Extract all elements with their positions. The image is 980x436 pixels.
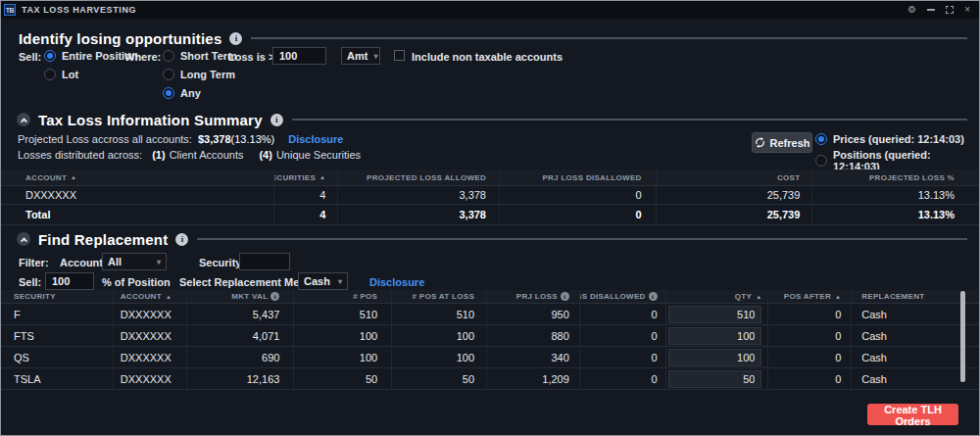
replacement-title: Find Replacement	[38, 231, 168, 248]
info-icon[interactable]: i	[229, 32, 242, 45]
radio-icon	[815, 155, 827, 167]
close-icon[interactable]: ×	[964, 5, 970, 15]
radio-icon	[163, 50, 174, 62]
distributed-label: Losses distributed across:	[18, 149, 142, 161]
replacement-table-row[interactable]: F DXXXXXX 5,437 510 510 950 0 0 Cash	[1, 304, 979, 325]
restore-icon[interactable]	[946, 6, 954, 14]
projected-loss-percent: (13.13%)	[231, 133, 275, 145]
replacement-table-row[interactable]: FTS DXXXXXX 4,071 100 100 880 0 0 Cash	[1, 325, 979, 347]
qty-input[interactable]	[668, 370, 761, 388]
identify-section-header: Identify losing opportunities i	[19, 29, 967, 47]
summary-table-header: ACCOUNT▲ SECURITIES▲ PROJECTED LOSS ALLO…	[1, 170, 979, 186]
qty-input[interactable]	[668, 327, 761, 345]
replacement-table-row[interactable]: TSLA DXXXXXX 12,163 50 50 1,209 0 0 Cash	[1, 368, 979, 390]
info-icon[interactable]: i	[649, 292, 658, 301]
replacement-method-value: Cash	[304, 275, 330, 287]
info-icon[interactable]: i	[270, 114, 283, 126]
col-account[interactable]: ACCOUNT▲	[114, 290, 187, 303]
sort-asc-icon: ▲	[835, 294, 841, 300]
sort-asc-icon: ▲	[319, 174, 325, 180]
col-projected-loss-pct[interactable]: PROJECTED LOSS %	[812, 170, 979, 185]
identify-title: Identify losing opportunities	[19, 30, 221, 47]
collapse-icon[interactable]	[17, 232, 30, 246]
radio-short-term[interactable]: Short Term	[163, 50, 237, 62]
summary-table: ACCOUNT▲ SECURITIES▲ PROJECTED LOSS ALLO…	[1, 170, 979, 225]
sort-asc-icon: ▲	[166, 294, 172, 300]
col-prj-loss-disallowed[interactable]: PRJ LOSS DISALLOWEDi	[580, 290, 666, 303]
replacement-disclosure-link[interactable]: Disclosure	[369, 276, 424, 288]
minimize-icon[interactable]	[927, 9, 935, 11]
col-prj-loss-disallowed[interactable]: PRJ LOSS DISALLOWED	[500, 170, 657, 185]
info-icon[interactable]: i	[175, 233, 188, 246]
replacement-table-header: SECURITY ACCOUNT▲ MKT VALi # POS # POS A…	[1, 290, 979, 304]
where-label: Where:	[124, 51, 161, 63]
vertical-scrollbar[interactable]	[960, 291, 965, 382]
unique-securities-label: Unique Securities	[276, 149, 361, 161]
replacement-table-row[interactable]: QS DXXXXXX 690 100 100 340 0 0 Cash	[1, 347, 979, 368]
filter-label: Filter:	[19, 257, 49, 268]
radio-lot[interactable]: Lot	[44, 69, 78, 80]
window-title: TAX LOSS HARVESTING	[22, 5, 136, 15]
projected-loss-label: Projected Loss accross all accounts:	[18, 133, 192, 145]
loss-is-label: Loss is >	[228, 51, 274, 63]
replacement-section-header: Find Replacement i	[17, 230, 967, 248]
col-securities[interactable]: SECURITIES▲	[274, 170, 338, 185]
security-filter-input[interactable]	[239, 253, 290, 270]
projected-loss-value: $3,378	[198, 133, 231, 145]
col-account[interactable]: ACCOUNT▲	[1, 170, 274, 185]
radio-icon	[163, 87, 174, 99]
summary-disclosure-link[interactable]: Disclosure	[288, 133, 343, 145]
replacement-method-select[interactable]: Cash ▾	[298, 272, 348, 290]
col-mkt-val[interactable]: MKT VALi	[187, 290, 295, 303]
col-num-pos-at-loss[interactable]: # POS AT LOSS	[392, 290, 487, 303]
radio-icon	[163, 69, 174, 80]
col-pos-after[interactable]: POS AFTER▲	[768, 290, 852, 303]
radio-icon	[44, 50, 56, 62]
refresh-icon	[755, 137, 765, 148]
client-accounts-count: (1)	[152, 149, 165, 161]
col-qty[interactable]: QTY▲	[666, 290, 769, 303]
sell-pct-label: Sell:	[19, 276, 41, 288]
radio-any[interactable]: Any	[163, 87, 201, 99]
info-icon[interactable]: i	[561, 292, 569, 301]
radio-long-term[interactable]: Long Term	[163, 69, 235, 80]
info-icon[interactable]: i	[270, 292, 279, 301]
sell-label: Sell:	[19, 51, 41, 63]
col-projected-loss-allowed[interactable]: PROJECTED LOSS ALLOWED	[338, 170, 500, 185]
prices-radio-label: Prices (queried: 12:14:03)	[833, 133, 964, 145]
chevron-down-icon: ▾	[338, 277, 342, 286]
radio-prices[interactable]: Prices (queried: 12:14:03)	[815, 133, 964, 145]
percent-of-position-label: % of Position	[102, 276, 171, 288]
sort-asc-icon: ▲	[71, 174, 76, 180]
qty-input[interactable]	[668, 349, 761, 366]
radio-label: Any	[180, 87, 201, 99]
accounts-select[interactable]: All ▾	[102, 253, 167, 270]
summary-section-header: Tax Loss Information Summary i	[17, 111, 967, 128]
accounts-value: All	[108, 256, 122, 267]
collapse-icon[interactable]	[17, 113, 30, 126]
settings-gear-icon[interactable]: ⚙	[907, 5, 916, 15]
summary-table-row[interactable]: DXXXXXX 4 3,378 0 25,739 13.13%	[1, 186, 979, 205]
security-label: Security	[199, 257, 241, 268]
loss-unit-select[interactable]: Amt ▾	[341, 47, 380, 65]
create-tlh-orders-button[interactable]: Create TLH Orders	[867, 404, 958, 425]
chevron-down-icon: ▾	[157, 258, 161, 266]
distributed-line: Losses distributed across: (1) Client Ac…	[18, 149, 361, 161]
sell-percent-input[interactable]	[45, 272, 94, 290]
summary-table-total-row: Total 4 3,378 0 25,739 13.13%	[1, 205, 979, 225]
col-num-pos[interactable]: # POS	[294, 290, 392, 303]
refresh-label: Refresh	[770, 137, 810, 149]
qty-input[interactable]	[668, 306, 761, 323]
include-nontaxable-checkbox[interactable]	[394, 50, 405, 61]
app-logo-icon: TB	[4, 4, 16, 16]
col-cost[interactable]: COST	[657, 170, 813, 185]
col-prj-loss[interactable]: PRJ LOSSi	[487, 290, 580, 303]
loss-threshold-input[interactable]	[272, 47, 326, 65]
radio-icon	[815, 133, 827, 145]
section-divider	[292, 119, 967, 121]
refresh-button[interactable]: Refresh	[752, 132, 812, 153]
col-security[interactable]: SECURITY	[1, 290, 114, 303]
title-bar: TB TAX LOSS HARVESTING ⚙ ×	[1, 1, 979, 19]
loss-unit-value: Amt	[347, 50, 368, 62]
tax-loss-harvesting-window: TB TAX LOSS HARVESTING ⚙ × Identify losi…	[0, 0, 980, 436]
